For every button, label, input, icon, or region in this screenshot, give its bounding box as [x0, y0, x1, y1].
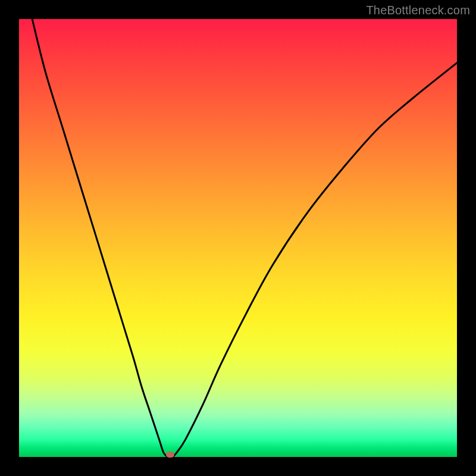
- plot-area: [19, 19, 457, 457]
- minimum-marker: [166, 452, 174, 458]
- chart-frame: TheBottleneck.com: [0, 0, 476, 476]
- curve-path: [32, 19, 457, 457]
- bottleneck-curve: [19, 19, 457, 457]
- watermark-text: TheBottleneck.com: [366, 4, 470, 17]
